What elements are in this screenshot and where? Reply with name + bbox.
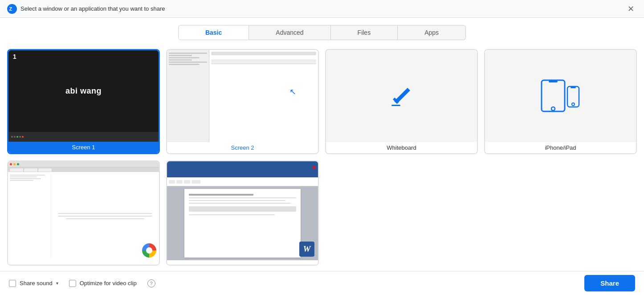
word-btn1 — [169, 180, 175, 184]
dot2 — [14, 136, 16, 138]
chrome-main-line2 — [58, 216, 152, 217]
screen2-preview: 2 — [167, 50, 318, 142]
tab-advanced[interactable]: Advanced — [249, 25, 330, 40]
tab-files[interactable]: Files — [331, 25, 398, 40]
content-line1 — [211, 60, 316, 61]
chrome-body — [8, 172, 159, 260]
sidebar-line5 — [169, 61, 207, 63]
share-grid: 1 abi wang Screen 1 — [0, 45, 644, 271]
dot-red — [22, 136, 24, 138]
dot1 — [11, 136, 13, 138]
grid-item-iphone[interactable]: iPhone/iPad — [484, 49, 637, 154]
content-line3 — [211, 63, 316, 64]
sidebar-line2 — [169, 55, 192, 56]
chrome-tab1 — [10, 168, 23, 172]
chrome-spinner-wrap — [142, 243, 156, 258]
optimize-label: Optimize for video clip — [80, 280, 137, 287]
main-content: Basic Advanced Files Apps 1 abi wang — [0, 18, 644, 271]
tabs-container: Basic Advanced Files Apps — [0, 18, 644, 45]
whiteboard-pencil-icon — [391, 85, 413, 107]
screen1-label: Screen 1 — [8, 142, 159, 153]
share-button[interactable]: Share — [584, 275, 635, 291]
word-label — [167, 260, 318, 265]
tab-basic[interactable]: Basic — [178, 25, 249, 40]
screen1-username: abi wang — [8, 50, 159, 132]
svg-rect-8 — [567, 86, 579, 107]
share-sound-chevron-icon[interactable]: ▾ — [56, 281, 58, 286]
grid-item-chrome[interactable] — [7, 160, 160, 266]
screen2-main: ↖ — [209, 50, 318, 142]
content-line2 — [211, 61, 316, 62]
svg-rect-7 — [549, 81, 558, 82]
title-bar-text: Select a window or an application that y… — [20, 5, 165, 12]
screen2-content: 2 — [167, 50, 318, 142]
chrome-tab-bar — [8, 168, 159, 172]
chrome-spinner-center — [146, 247, 152, 254]
optimize-checkbox[interactable] — [69, 280, 76, 287]
word-preview: W — [167, 161, 318, 260]
chrome-logo — [142, 243, 156, 258]
share-sound-checkbox[interactable] — [9, 280, 16, 287]
chrome-content — [8, 161, 159, 260]
sidebar-line1 — [169, 53, 207, 54]
screen1-preview: 1 abi wang — [8, 50, 159, 142]
whiteboard-preview — [326, 50, 477, 142]
chrome-sidebar-line3 — [10, 178, 41, 179]
chrome-tab3 — [38, 168, 52, 172]
svg-rect-4 — [391, 105, 400, 106]
word-image-placeholder — [189, 206, 297, 212]
close-button[interactable]: ✕ — [625, 4, 637, 14]
word-btn3 — [184, 180, 190, 184]
help-icon[interactable]: ? — [147, 279, 155, 287]
screen2-sidebar — [167, 50, 209, 142]
share-sound-label: Share sound — [20, 280, 53, 287]
chrome-main-area — [51, 174, 157, 258]
word-text-line1 — [189, 197, 297, 198]
svg-point-6 — [551, 107, 555, 111]
chrome-topbar — [8, 161, 159, 168]
chrome-close-dot — [10, 163, 12, 165]
chrome-preview — [8, 161, 159, 260]
word-heading-line — [189, 194, 253, 196]
share-sound-group[interactable]: Share sound ▾ — [9, 280, 58, 287]
screen2-cursor-icon: ↖ — [289, 87, 296, 97]
chrome-max-dot — [17, 163, 19, 165]
chrome-sidebar-line2 — [10, 176, 37, 177]
word-text-line4 — [189, 214, 275, 215]
zoom-logo-icon: Z — [7, 4, 17, 14]
word-page — [184, 189, 301, 258]
chrome-tab2 — [24, 168, 37, 172]
screen2-content-area — [211, 60, 316, 64]
word-content: W — [167, 161, 318, 260]
word-canvas-area: W — [167, 186, 318, 260]
whiteboard-content — [326, 50, 477, 142]
grid-item-screen1[interactable]: 1 abi wang Screen 1 — [7, 49, 160, 154]
iphone-preview — [485, 50, 636, 142]
chrome-min-dot — [13, 163, 16, 165]
word-btn2 — [176, 180, 183, 184]
title-bar-left: Z Select a window or an application that… — [7, 4, 165, 14]
sidebar-line6 — [169, 64, 200, 65]
whiteboard-label: Whiteboard — [326, 142, 477, 153]
tab-apps[interactable]: Apps — [398, 25, 466, 40]
screen2-topbar — [211, 52, 316, 55]
dot-green — [16, 136, 18, 138]
word-ribbon-tabs — [167, 174, 318, 177]
chrome-label — [8, 260, 159, 265]
svg-rect-10 — [571, 87, 576, 88]
grid-item-word[interactable]: W — [166, 160, 319, 266]
chrome-main-line1 — [58, 213, 152, 214]
screen2-label: Screen 2 — [167, 142, 318, 153]
grid-item-whiteboard[interactable]: Whiteboard — [325, 49, 478, 154]
sidebar-line3 — [169, 57, 200, 58]
chrome-sidebar — [10, 174, 51, 258]
optimize-group[interactable]: Optimize for video clip — [69, 280, 137, 287]
svg-point-9 — [572, 103, 575, 106]
grid-item-screen2[interactable]: 2 — [166, 49, 319, 154]
iphone-svg-icon — [541, 78, 581, 114]
sidebar-line4 — [169, 59, 192, 61]
word-text-line3 — [189, 203, 291, 204]
word-logo-badge: W — [299, 242, 314, 257]
taskbar-dots — [11, 136, 24, 138]
word-titlebar — [167, 161, 318, 174]
